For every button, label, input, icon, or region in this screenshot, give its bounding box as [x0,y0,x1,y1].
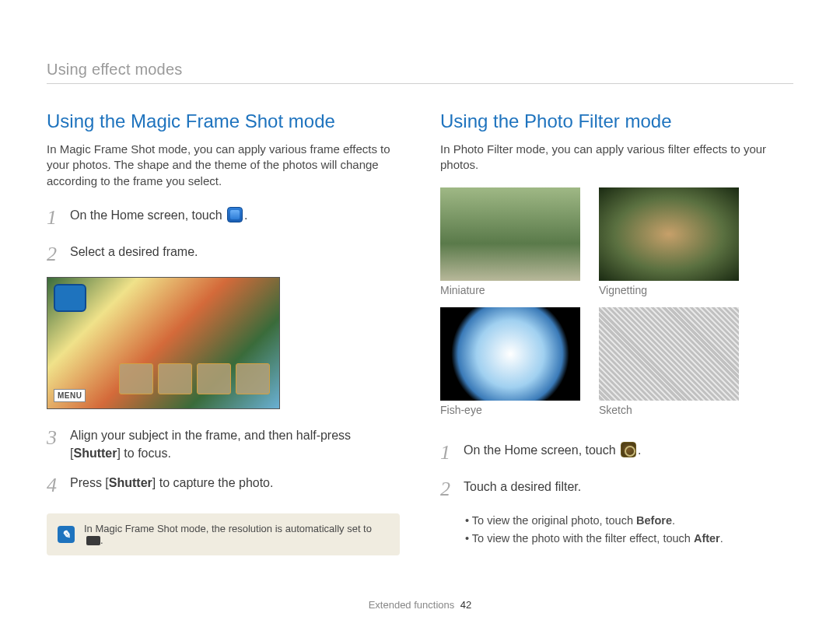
caption-vignetting: Vignetting [599,284,739,296]
step-text: On the Home screen, touch . [464,438,642,459]
mode-icon [54,284,86,312]
content-columns: Using the Magic Frame Shot mode In Magic… [47,110,793,555]
page-number: 42 [460,599,471,611]
step-text: Align your subject in the frame, and the… [70,423,400,462]
frame-thumbnails [119,363,270,394]
step-text: On the Home screen, touch . [70,203,248,224]
camera-screenshot: MENU [47,277,280,409]
step-number: 4 [47,471,61,500]
step-post: ] to focus. [117,447,170,460]
bullet-bold: Before [636,514,672,527]
caption-sketch: Sketch [599,404,739,416]
right-step-2: 2 Touch a desired filter. [440,475,793,504]
footer-section: Extended functions [369,599,455,611]
bullet-post: . [720,532,723,545]
step-text: Touch a desired filter. [464,475,581,496]
frame-thumb [158,363,192,394]
step-text: Select a desired frame. [70,240,198,261]
magic-frame-icon [227,207,243,222]
note-box: ✎ In Magic Frame Shot mode, the resoluti… [47,513,400,555]
bullet-after: To view the photo with the filter effect… [465,530,793,548]
caption-fisheye: Fish-eye [440,404,580,416]
bullet-post: . [672,514,675,527]
page-footer: Extended functions 42 [0,599,840,611]
step-2: 2 Select a desired frame. [47,240,400,269]
right-intro: In Photo Filter mode, you can apply vari… [440,142,793,173]
resolution-icon [86,536,100,545]
step-4: 4 Press [Shutter] to capture the photo. [47,471,400,500]
note-text: In Magic Frame Shot mode, the resolution… [84,523,389,546]
bullet-before: To view the original photo, touch Before… [465,512,793,530]
thumb-vignetting [599,187,739,281]
bullet-list: To view the original photo, touch Before… [440,512,793,548]
step-text-content: On the Home screen, touch [464,443,619,457]
thumb-sketch [599,307,739,401]
right-column: Using the Photo Filter mode In Photo Fil… [440,110,793,555]
step-1: 1 On the Home screen, touch . [47,203,400,233]
step-pre: Press [ [70,476,109,489]
note-text-content: In Magic Frame Shot mode, the resolution… [84,523,372,534]
thumb-cell: Miniature [440,187,580,303]
thumb-cell: Vignetting [599,187,739,303]
menu-button-label: MENU [54,389,86,402]
left-intro: In Magic Frame Shot mode, you can apply … [47,142,400,189]
thumb-miniature [440,187,580,281]
right-title: Using the Photo Filter mode [440,110,793,132]
step-number: 2 [440,475,454,504]
caption-miniature: Miniature [440,284,580,296]
filter-thumbnails: Miniature Vignetting Fish-eye Sketch [440,187,793,422]
left-column: Using the Magic Frame Shot mode In Magic… [47,110,400,555]
step-bold: Shutter [109,476,152,489]
frame-thumb [197,363,231,394]
page-section-header: Using effect modes [47,61,793,84]
step-bold: Shutter [73,447,117,460]
frame-thumb [119,363,153,394]
thumb-cell: Fish-eye [440,307,580,422]
thumb-cell: Sketch [599,307,739,422]
right-step-1: 1 On the Home screen, touch . [440,438,793,468]
bullet-bold: After [694,532,720,545]
step-number: 1 [440,438,454,468]
step-text-content: On the Home screen, touch [70,208,226,222]
step-3: 3 Align your subject in the frame, and t… [47,423,400,462]
step-text: Press [Shutter] to capture the photo. [70,471,273,492]
step-number: 3 [47,423,61,453]
step-number: 1 [47,203,61,233]
frame-thumb [236,363,270,394]
note-icon: ✎ [58,526,75,543]
step-number: 2 [47,240,61,269]
left-title: Using the Magic Frame Shot mode [47,110,400,132]
bullet-pre: To view the original photo, touch [472,514,636,527]
photo-filter-icon [621,442,636,457]
step-post: ] to capture the photo. [152,476,274,489]
bullet-pre: To view the photo with the filter effect… [472,532,694,545]
thumb-fisheye [440,307,580,401]
